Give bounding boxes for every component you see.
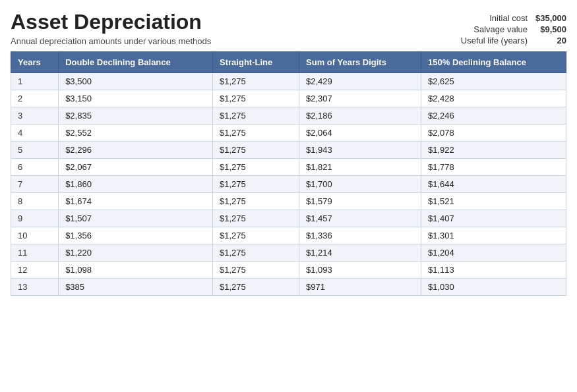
cell-r8-c0: 9 — [11, 210, 59, 227]
cell-r2-c3: $2,186 — [299, 107, 421, 125]
cell-r0-c1: $3,500 — [59, 73, 213, 90]
cell-r2-c0: 3 — [11, 107, 59, 125]
cell-r9-c0: 10 — [11, 227, 59, 244]
title-block: Asset Depreciation Annual depreciation a… — [11, 11, 211, 46]
cell-r2-c1: $2,835 — [59, 107, 213, 125]
cell-r10-c4: $1,204 — [421, 244, 566, 262]
cell-r11-c4: $1,113 — [421, 262, 566, 279]
cell-r7-c4: $1,521 — [421, 193, 566, 210]
cell-r7-c0: 8 — [11, 193, 59, 210]
cell-r12-c2: $1,275 — [213, 279, 299, 296]
depreciation-table: YearsDouble Declining BalanceStraight-Li… — [11, 51, 566, 296]
table-row: 9$1,507$1,275$1,457$1,407 — [11, 210, 566, 227]
cell-r6-c1: $1,860 — [59, 176, 213, 193]
cell-r2-c2: $1,275 — [213, 107, 299, 125]
initial-cost-value: $35,000 — [535, 13, 566, 23]
table-row: 4$2,552$1,275$2,064$2,078 — [11, 125, 566, 142]
cell-r1-c2: $1,275 — [213, 90, 299, 107]
cell-r9-c4: $1,301 — [421, 227, 566, 244]
cell-r7-c2: $1,275 — [213, 193, 299, 210]
cell-r11-c1: $1,098 — [59, 262, 213, 279]
cell-r6-c3: $1,700 — [299, 176, 421, 193]
col-header-2: Straight-Line — [213, 52, 299, 73]
cell-r12-c0: 13 — [11, 279, 59, 296]
cell-r4-c0: 5 — [11, 142, 59, 159]
useful-life-value: 20 — [535, 36, 566, 45]
cell-r8-c4: $1,407 — [421, 210, 566, 227]
cell-r4-c1: $2,296 — [59, 142, 213, 159]
table-row: 12$1,098$1,275$1,093$1,113 — [11, 262, 566, 279]
cell-r0-c2: $1,275 — [213, 73, 299, 90]
cell-r10-c2: $1,275 — [213, 244, 299, 262]
cell-r4-c2: $1,275 — [213, 142, 299, 159]
cell-r2-c4: $2,246 — [421, 107, 566, 125]
cell-r5-c0: 6 — [11, 159, 59, 176]
col-header-4: 150% Declining Balance — [421, 52, 566, 73]
col-header-0: Years — [11, 52, 59, 73]
cell-r3-c4: $2,078 — [421, 125, 566, 142]
page-subtitle: Annual depreciation amounts under variou… — [11, 36, 211, 46]
info-block: Initial cost $35,000 Salvage value $9,50… — [461, 13, 566, 45]
cell-r10-c3: $1,214 — [299, 244, 421, 262]
cell-r8-c3: $1,457 — [299, 210, 421, 227]
cell-r7-c3: $1,579 — [299, 193, 421, 210]
table-row: 1$3,500$1,275$2,429$2,625 — [11, 73, 566, 90]
cell-r9-c2: $1,275 — [213, 227, 299, 244]
table-row: 8$1,674$1,275$1,579$1,521 — [11, 193, 566, 210]
cell-r7-c1: $1,674 — [59, 193, 213, 210]
cell-r5-c1: $2,067 — [59, 159, 213, 176]
cell-r11-c0: 12 — [11, 262, 59, 279]
cell-r6-c0: 7 — [11, 176, 59, 193]
cell-r3-c2: $1,275 — [213, 125, 299, 142]
table-row: 5$2,296$1,275$1,943$1,922 — [11, 142, 566, 159]
cell-r10-c0: 11 — [11, 244, 59, 262]
cell-r11-c3: $1,093 — [299, 262, 421, 279]
cell-r8-c1: $1,507 — [59, 210, 213, 227]
cell-r0-c0: 1 — [11, 73, 59, 90]
cell-r12-c1: $385 — [59, 279, 213, 296]
table-row: 11$1,220$1,275$1,214$1,204 — [11, 244, 566, 262]
salvage-value-value: $9,500 — [535, 24, 566, 34]
table-row: 7$1,860$1,275$1,700$1,644 — [11, 176, 566, 193]
table-row: 6$2,067$1,275$1,821$1,778 — [11, 159, 566, 176]
cell-r6-c2: $1,275 — [213, 176, 299, 193]
cell-r3-c0: 4 — [11, 125, 59, 142]
cell-r12-c4: $1,030 — [421, 279, 566, 296]
cell-r9-c1: $1,356 — [59, 227, 213, 244]
col-header-1: Double Declining Balance — [59, 52, 213, 73]
cell-r0-c3: $2,429 — [299, 73, 421, 90]
table-row: 2$3,150$1,275$2,307$2,428 — [11, 90, 566, 107]
cell-r4-c3: $1,943 — [299, 142, 421, 159]
cell-r9-c3: $1,336 — [299, 227, 421, 244]
initial-cost-label: Initial cost — [461, 13, 528, 23]
page-title: Asset Depreciation — [11, 11, 211, 34]
cell-r1-c0: 2 — [11, 90, 59, 107]
header-section: Asset Depreciation Annual depreciation a… — [11, 11, 566, 46]
col-header-3: Sum of Years Digits — [299, 52, 421, 73]
useful-life-label: Useful life (years) — [461, 36, 528, 45]
cell-r3-c1: $2,552 — [59, 125, 213, 142]
cell-r8-c2: $1,275 — [213, 210, 299, 227]
cell-r1-c3: $2,307 — [299, 90, 421, 107]
table-row: 3$2,835$1,275$2,186$2,246 — [11, 107, 566, 125]
cell-r5-c3: $1,821 — [299, 159, 421, 176]
table-row: 13$385$1,275$971$1,030 — [11, 279, 566, 296]
salvage-value-label: Salvage value — [461, 24, 528, 34]
cell-r3-c3: $2,064 — [299, 125, 421, 142]
cell-r12-c3: $971 — [299, 279, 421, 296]
cell-r5-c4: $1,778 — [421, 159, 566, 176]
cell-r0-c4: $2,625 — [421, 73, 566, 90]
table-row: 10$1,356$1,275$1,336$1,301 — [11, 227, 566, 244]
cell-r10-c1: $1,220 — [59, 244, 213, 262]
cell-r4-c4: $1,922 — [421, 142, 566, 159]
cell-r5-c2: $1,275 — [213, 159, 299, 176]
cell-r6-c4: $1,644 — [421, 176, 566, 193]
cell-r1-c1: $3,150 — [59, 90, 213, 107]
table-header-row: YearsDouble Declining BalanceStraight-Li… — [11, 52, 566, 73]
cell-r11-c2: $1,275 — [213, 262, 299, 279]
cell-r1-c4: $2,428 — [421, 90, 566, 107]
